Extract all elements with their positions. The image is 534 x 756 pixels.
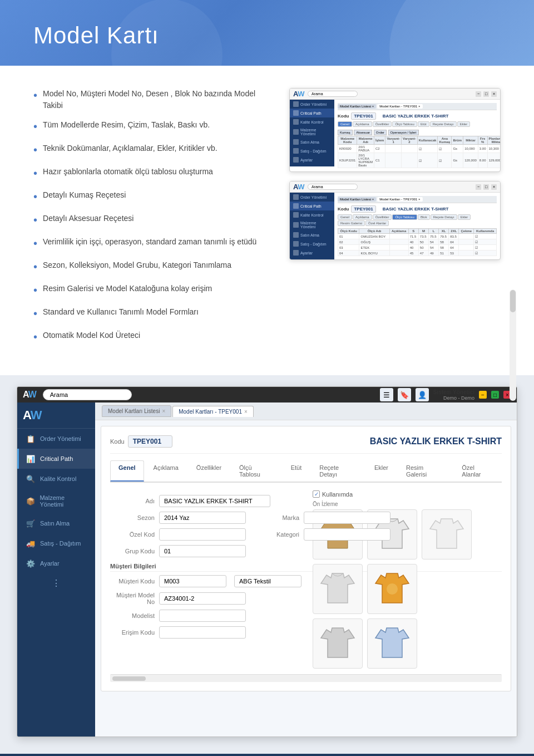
mini-nav-kalite-2[interactable]: Kalite Kontrol: [290, 210, 334, 219]
mini-nav-satin-2[interactable]: Satın Alma: [290, 230, 334, 239]
thumb-pattern[interactable]: [367, 564, 417, 614]
tab-aciklama[interactable]: Açıklama: [145, 460, 187, 482]
user-icon-btn[interactable]: 👤: [416, 388, 429, 401]
mini-kumas-btn[interactable]: Kumaş: [338, 130, 353, 135]
mini-nav-order[interactable]: Order Yönetimi: [290, 100, 334, 109]
thumb-wire-back[interactable]: [422, 509, 472, 559]
bookmark-icon-btn[interactable]: 🔖: [398, 388, 411, 401]
menu-icon-btn[interactable]: ☰: [380, 388, 393, 401]
content-inner: Kodu TPEY001 BASIC YAZLIK ERKEK T-SHIRT …: [101, 426, 511, 691]
form-input-erisim[interactable]: [159, 626, 246, 639]
form-input-marka[interactable]: [304, 512, 390, 524]
tab-ekler[interactable]: Ekler: [366, 460, 397, 482]
sidebar-item-kalite[interactable]: 🔍 Kalite Kontrol: [17, 469, 95, 489]
breadcrumb-tab-list-close[interactable]: ×: [162, 408, 165, 414]
tab-genel[interactable]: Genel: [110, 460, 144, 482]
mini-aksesuar-btn[interactable]: Aksesuar: [354, 130, 372, 135]
mini-tab-resim-2[interactable]: Resim Galerisi: [338, 220, 365, 226]
thumb-extra-2[interactable]: [367, 618, 417, 669]
mini-tab-list-1[interactable]: Model Kartları Listesi ×: [338, 104, 376, 109]
mini-tab-olcu-1[interactable]: Ölçü Tablosu: [392, 121, 417, 127]
sidebar-item-ayarlar[interactable]: ⚙️ Ayarlar: [17, 553, 95, 573]
sidebar-item-satin[interactable]: 🛒 Satın Alma: [17, 513, 95, 533]
mini-maximize-2[interactable]: □: [483, 184, 489, 190]
mini-close-1[interactable]: ×: [491, 91, 497, 97]
tab-ozel[interactable]: Özel Alanlar: [453, 460, 502, 482]
mini-sidebar-1: Order Yönetimi Critical Path Kalite Kont…: [290, 100, 334, 166]
horizontal-scrollbar[interactable]: [110, 674, 502, 682]
form-input-adi[interactable]: [159, 495, 270, 507]
form-input-modelist[interactable]: [159, 610, 246, 622]
mini-maximize-1[interactable]: □: [483, 91, 489, 97]
mini-tab-aciklama-1[interactable]: Açıklama: [353, 121, 372, 127]
mini-nav-satin[interactable]: Satın Alma: [290, 138, 334, 146]
mini-nav-malzeme-2[interactable]: Malzeme Yönetimi: [290, 219, 334, 230]
mini-search-2[interactable]: [308, 184, 358, 190]
tab-resim[interactable]: Resim Galerisi: [398, 460, 452, 482]
mini-tab-aciklama-2[interactable]: Açıklama: [353, 214, 372, 220]
form-input-ozel[interactable]: [159, 528, 246, 541]
mini-tab-blok-2[interactable]: Blok: [418, 214, 430, 220]
sidebar-item-critical[interactable]: 📊 Critical Path: [17, 449, 95, 469]
mini-tab-recete-1[interactable]: Reçete Detayı: [430, 121, 457, 127]
mini-close-2[interactable]: ×: [491, 184, 497, 190]
tab-olcu[interactable]: Ölçü Tablosu: [231, 460, 281, 482]
mini-tab-genel-1[interactable]: Genel: [338, 121, 352, 127]
mini-nav-critical[interactable]: Critical Path: [290, 109, 334, 117]
mini-nav-ayarlar[interactable]: Ayarlar: [290, 155, 334, 164]
sidebar-item-satis[interactable]: 🚚 Satış - Dağıtım: [17, 533, 95, 553]
mini-nav-satis[interactable]: Satış - Dağıtım: [290, 146, 334, 155]
mini-tab-ozel-2[interactable]: Özel Alanlar: [365, 220, 389, 226]
feature-text: Otomatik Model Kod Üreteci: [43, 330, 140, 341]
breadcrumb-tab-list[interactable]: Model Kartları Listesi ×: [102, 405, 171, 417]
mini-tab-olcu-2[interactable]: Ölçü Tablosu: [392, 214, 417, 220]
mini-tab-etut-1[interactable]: Etüt: [418, 121, 429, 127]
form-input-musteri-adi[interactable]: [234, 575, 301, 587]
code-field[interactable]: TPEY001: [128, 435, 172, 448]
mini-tab-ozellikler-2[interactable]: Özellikler: [373, 214, 392, 220]
kullanımda-checkbox[interactable]: [313, 490, 320, 498]
mini-minimize-1[interactable]: −: [476, 91, 481, 97]
form-input-season[interactable]: [159, 512, 246, 524]
sidebar-more[interactable]: ⋮: [17, 573, 95, 593]
mini-minimize-2[interactable]: −: [476, 184, 481, 190]
form-input-musteri-kodu[interactable]: [159, 575, 226, 587]
tab-etut[interactable]: Etüt: [283, 460, 310, 482]
tshirt-extra2-svg: [370, 621, 414, 666]
form-input-grup[interactable]: [159, 545, 246, 557]
mini-nav-ayarlar-2[interactable]: Ayarlar: [290, 248, 334, 257]
mini-tab-ozellikler-1[interactable]: Özellikler: [373, 121, 392, 127]
tab-recete[interactable]: Reçete Detayı: [311, 460, 365, 482]
breadcrumb-tab-detail-close[interactable]: ×: [244, 409, 248, 415]
mini-tab-genel-2[interactable]: Genel: [338, 214, 352, 220]
mini-operasyon-btn[interactable]: Operasyon / İşleri: [388, 130, 419, 135]
breadcrumb-tab-detail[interactable]: Model Kartları - TPEY001 ×: [172, 406, 254, 417]
sidebar-item-order[interactable]: 📋 Order Yönetimi: [17, 429, 95, 449]
large-maximize-btn[interactable]: □: [491, 391, 499, 399]
mini-tab-detail-2[interactable]: Model Kartları - TPEY001 ×: [377, 197, 422, 202]
mini-tab-detail-1[interactable]: Model Kartları - TPEY001 ×: [377, 104, 422, 109]
form-input-kategori[interactable]: [304, 528, 390, 541]
scrollbar-thumb[interactable]: [112, 676, 146, 681]
mini-nav-kalite[interactable]: Kalite Kontrol: [290, 117, 334, 126]
mini-tab-recete-2[interactable]: Reçete Detayı: [431, 214, 457, 220]
tab-ozellikler[interactable]: Özellikler: [188, 460, 230, 482]
mini-tab-ekler-1[interactable]: Ekler: [457, 121, 471, 127]
mini-nav-critical-2[interactable]: Critical Path: [290, 202, 334, 210]
mini-tab-list-2[interactable]: Model Kartları Listesi ×: [338, 197, 376, 202]
form-input-musteri-model[interactable]: [159, 592, 246, 605]
thumb-grey-tshirt[interactable]: [313, 564, 363, 614]
vertical-scrollbar[interactable]: [510, 386, 516, 401]
mini-nav-satis-2[interactable]: Satış - Dağıtım: [290, 239, 334, 248]
form-lbl-marka: Marka: [255, 514, 299, 521]
thumb-extra-1[interactable]: [313, 618, 363, 669]
sidebar-item-malzeme[interactable]: 📦 Malzeme Yönetimi: [17, 489, 95, 513]
large-search-input[interactable]: [43, 389, 132, 400]
mini-tab-ekler-2[interactable]: Ekler: [458, 214, 471, 220]
mini-table-row-1: KR002020/1 PABUAC2☑☑Gs10,0003.0010,300: [338, 145, 501, 153]
mini-nav-order-2[interactable]: Order Yönetimi: [290, 193, 334, 202]
large-minimize-btn[interactable]: −: [479, 391, 487, 399]
mini-nav-malzeme[interactable]: Malzeme Yönetimi: [290, 126, 334, 138]
mini-search-1[interactable]: [308, 91, 358, 97]
mini-order-btn[interactable]: Order: [374, 130, 387, 135]
